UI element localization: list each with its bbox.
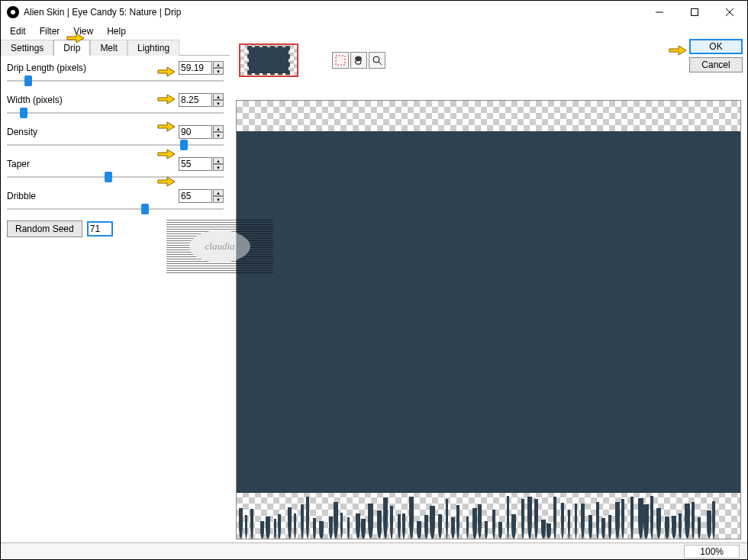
taper-input[interactable] <box>179 157 212 171</box>
density-spinner[interactable]: ▲▼ <box>213 125 224 139</box>
preview-drips <box>237 493 740 539</box>
menubar: Edit Filter View Help <box>1 24 747 39</box>
taper-label: Taper <box>7 159 179 169</box>
dribble-label: Dribble <box>7 191 179 201</box>
tabs: Settings Drip Melt Lighting <box>1 39 230 56</box>
zoom-level[interactable]: 100% <box>684 545 740 558</box>
menu-help[interactable]: Help <box>101 24 132 38</box>
dribble-spinner[interactable]: ▲▼ <box>213 189 224 203</box>
taper-slider[interactable] <box>7 172 224 182</box>
svg-rect-1 <box>692 9 698 16</box>
width-spinner[interactable]: ▲▼ <box>213 93 224 107</box>
right-panel: OK Cancel <box>230 39 747 542</box>
drip-length-spinner[interactable]: ▲▼ <box>213 61 224 75</box>
density-input[interactable] <box>179 125 212 139</box>
svg-rect-4 <box>336 56 345 65</box>
preview-area[interactable] <box>236 100 741 539</box>
close-button[interactable] <box>712 1 747 24</box>
width-slider[interactable] <box>7 108 224 118</box>
drip-length-input[interactable] <box>179 61 212 75</box>
svg-line-6 <box>379 62 382 65</box>
dribble-input[interactable] <box>179 189 212 203</box>
left-panel: Settings Drip Melt Lighting Drip Length … <box>1 39 230 542</box>
tab-settings[interactable]: Settings <box>1 40 53 56</box>
random-seed-button[interactable]: Random Seed <box>7 220 82 237</box>
svg-point-5 <box>373 56 379 63</box>
menu-filter[interactable]: Filter <box>34 24 66 38</box>
zoom-tool-icon[interactable] <box>369 52 385 69</box>
drip-length-slider[interactable] <box>7 76 224 86</box>
menu-view[interactable]: View <box>67 24 99 38</box>
taper-spinner[interactable]: ▲▼ <box>213 157 224 171</box>
select-tool-icon[interactable] <box>332 52 349 69</box>
titlebar: Alien Skin | Eye Candy 5: Nature | Drip <box>1 1 747 24</box>
tab-lighting[interactable]: Lighting <box>127 40 179 56</box>
width-input[interactable] <box>179 93 212 107</box>
tab-drip[interactable]: Drip <box>53 40 90 56</box>
preview-fill <box>237 131 740 493</box>
menu-edit[interactable]: Edit <box>4 24 32 38</box>
random-seed-input[interactable] <box>87 221 113 237</box>
minimize-button[interactable] <box>642 1 677 24</box>
maximize-button[interactable] <box>677 1 712 24</box>
density-label: Density <box>7 127 179 137</box>
cancel-button[interactable]: Cancel <box>689 57 743 72</box>
hand-tool-icon[interactable] <box>350 52 367 69</box>
preview-thumbnail[interactable] <box>239 43 298 77</box>
drip-length-label: Drip Length (pixels) <box>7 63 179 73</box>
ok-button[interactable]: OK <box>689 39 743 54</box>
dribble-slider[interactable] <box>7 204 224 214</box>
width-label: Width (pixels) <box>7 95 179 105</box>
density-slider[interactable] <box>7 140 224 150</box>
tab-melt[interactable]: Melt <box>90 40 127 56</box>
statusbar: 100% <box>1 542 747 559</box>
app-icon <box>7 6 19 18</box>
window-title: Alien Skin | Eye Candy 5: Nature | Drip <box>24 7 642 18</box>
